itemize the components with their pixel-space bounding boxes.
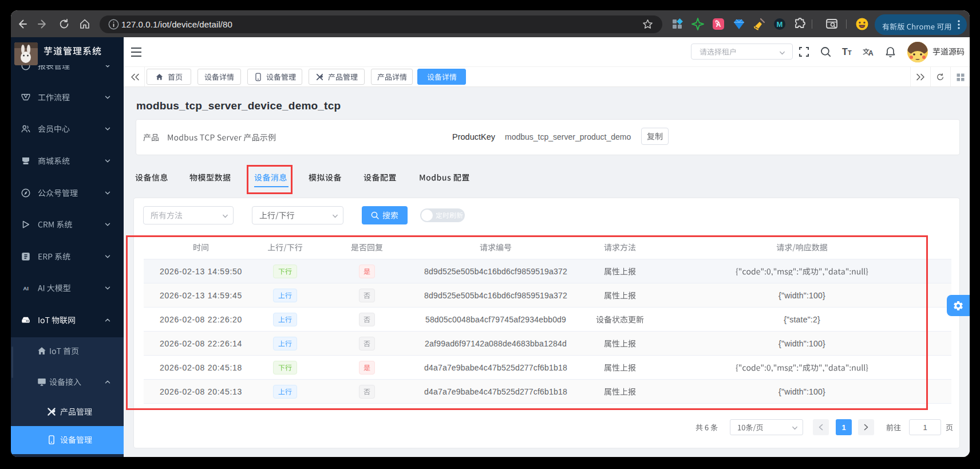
svg-text:T: T — [842, 47, 848, 57]
svg-text:AI: AI — [23, 285, 29, 291]
svg-text:T: T — [848, 49, 852, 56]
